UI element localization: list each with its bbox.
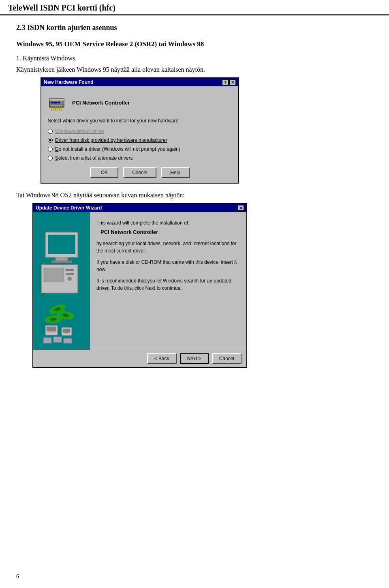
step1-label: 1. Käynnistä Windows.: [16, 55, 373, 62]
win98-close-button[interactable]: ✕: [237, 205, 244, 211]
svg-rect-17: [44, 268, 64, 282]
win98-dialog-title: Update Device Driver Wizard: [36, 205, 102, 211]
svg-rect-19: [66, 273, 74, 275]
section-title: 2.3 ISDN kortin ajurien asennus: [16, 24, 373, 32]
win98-body: This wizard will complete the installati…: [33, 212, 246, 350]
page-header: TeleWell ISDN PCI kortti (hfc): [0, 0, 389, 15]
svg-rect-31: [43, 338, 51, 343]
step1-desc: Käynnistyksen jälkeen Windows 95 näyttää…: [16, 66, 373, 73]
radio-label-2: Driver from disk provided by hardware ma…: [55, 137, 167, 143]
win95-dialog-title: New Hardware Found: [44, 79, 94, 85]
win95-hw-label: PCI Network Controller: [72, 100, 130, 106]
win95-titlebar: New Hardware Found ? ✕: [41, 78, 238, 86]
svg-rect-10: [59, 107, 60, 111]
svg-rect-11: [61, 107, 62, 111]
win95-question: Select which driver you want to install …: [48, 118, 232, 124]
svg-rect-6: [51, 107, 52, 111]
radio-item-2[interactable]: Driver from disk provided by hardware ma…: [48, 137, 232, 143]
radio-item-3[interactable]: Do not install a driver (Windows will no…: [48, 146, 232, 152]
win98-intro: Tai Windows 98 OS2 näyttää seuraavan kuv…: [16, 192, 373, 199]
radio-button-4[interactable]: [48, 156, 53, 160]
win98-left-panel: [33, 212, 90, 350]
svg-rect-1: [49, 98, 64, 101]
document-title: TeleWell ISDN PCI kortti (hfc): [8, 3, 381, 13]
hardware-icon: [48, 93, 67, 112]
svg-rect-28: [47, 327, 56, 331]
win98-button-row: < Back Next > Cancel: [33, 350, 246, 367]
radio-button-1[interactable]: [48, 129, 53, 134]
win98-desc1: by searching your local drives, network,…: [96, 240, 240, 254]
svg-rect-5: [50, 105, 62, 107]
radio-item-1[interactable]: Windows default driver: [48, 128, 232, 134]
win95-close-button[interactable]: ✕: [229, 79, 236, 85]
win98-dialog: Update Device Driver Wizard ✕: [32, 203, 247, 368]
svg-rect-7: [53, 107, 54, 111]
computer-illustration: [37, 228, 86, 346]
win98-titlebar-buttons: ✕: [237, 205, 244, 211]
svg-rect-32: [53, 337, 62, 342]
svg-rect-9: [57, 107, 58, 111]
win95-dialog-body: PCI Network Controller Select which driv…: [41, 86, 238, 183]
win98-back-button[interactable]: < Back: [147, 353, 177, 364]
svg-rect-13: [48, 235, 75, 254]
win98-right-panel: This wizard will complete the installati…: [90, 212, 246, 350]
win95-help-btn[interactable]: Help: [161, 167, 190, 178]
win98-device-name: PCI Network Controller: [100, 229, 240, 235]
radio-label-1: Windows default driver: [55, 128, 104, 134]
page-number: 6: [16, 573, 19, 579]
svg-rect-2: [51, 102, 53, 103]
win98-desc2: If you have a disk or CD-ROM that came w…: [96, 259, 240, 273]
radio-label-3: Do not install a driver (Windows will no…: [55, 146, 180, 152]
svg-rect-30: [63, 329, 70, 333]
win95-help-button[interactable]: ?: [222, 79, 229, 85]
win98-titlebar: Update Device Driver Wizard ✕: [33, 204, 246, 212]
page-content: 2.3 ISDN kortin ajurien asennus Windows …: [0, 15, 389, 392]
win95-radio-group: Windows default driver Driver from disk …: [48, 128, 232, 161]
radio-item-4[interactable]: Select from a list of alternate drivers: [48, 155, 232, 161]
svg-rect-3: [54, 102, 57, 103]
radio-button-3[interactable]: [48, 147, 53, 152]
svg-rect-33: [64, 338, 72, 343]
win98-intro-text: This wizard will complete the installati…: [96, 220, 240, 226]
win95-cancel-button[interactable]: Cancel: [123, 167, 156, 178]
svg-rect-14: [56, 257, 68, 261]
win98-desc3: It is recommended that you let Windows s…: [96, 277, 240, 292]
win95-dialog: New Hardware Found ? ✕: [41, 77, 239, 184]
win95-button-row: OK Cancel Help: [48, 167, 232, 178]
svg-rect-18: [66, 269, 74, 271]
win95-ok-button[interactable]: OK: [90, 167, 118, 178]
win95-titlebar-buttons: ? ✕: [222, 79, 236, 85]
svg-rect-8: [55, 107, 56, 111]
svg-rect-15: [51, 261, 72, 263]
subsection-title: Windows 95, 95 OEM Service Release 2 (OS…: [16, 40, 373, 48]
win98-cancel-button[interactable]: Cancel: [212, 353, 242, 364]
win95-icon-row: PCI Network Controller: [48, 93, 232, 112]
radio-label-4: Select from a list of alternate drivers: [55, 155, 133, 161]
svg-rect-4: [58, 102, 60, 103]
win98-next-button[interactable]: Next >: [180, 353, 209, 364]
svg-point-20: [68, 277, 72, 281]
page-footer: 6: [16, 573, 19, 580]
radio-button-2[interactable]: [48, 138, 53, 143]
